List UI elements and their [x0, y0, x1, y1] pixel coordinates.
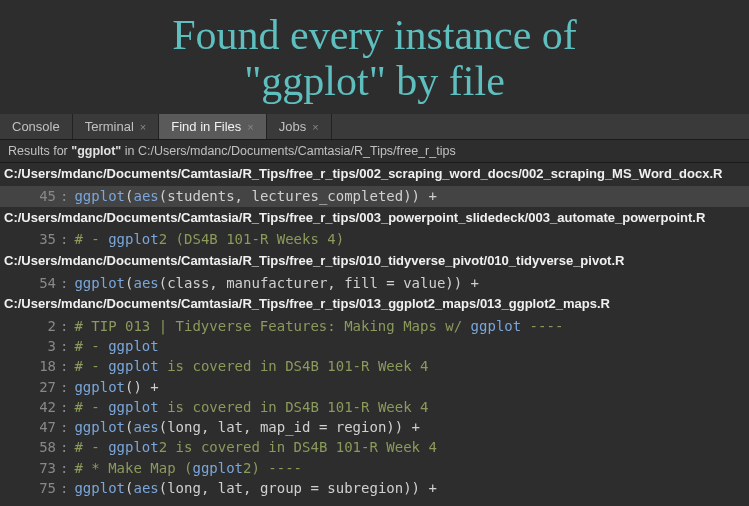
- result-line[interactable]: 2:# TIP 013 | Tidyverse Features: Making…: [0, 316, 749, 336]
- token-cmt: 2 is covered in DS4B 101-R Week 4: [159, 439, 437, 455]
- token-code: () +: [125, 379, 159, 395]
- close-icon[interactable]: ×: [140, 121, 146, 133]
- line-number: 42: [4, 397, 60, 417]
- token-kw-match: ggplot: [108, 439, 159, 455]
- token-cmt: 2) ----: [243, 460, 302, 476]
- code-content: # * Make Map (ggplot2) ----: [74, 458, 302, 478]
- token-fn: ggplot: [74, 275, 125, 291]
- line-separator: :: [60, 478, 74, 498]
- token-kw-match: ggplot: [108, 231, 159, 247]
- token-code: (long, lat, group = subregion)) +: [159, 480, 437, 496]
- result-line[interactable]: 35:# - ggplot2 (DS4B 101-R Weeks 4): [0, 229, 749, 249]
- result-line[interactable]: 18:# - ggplot is covered in DS4B 101-R W…: [0, 356, 749, 376]
- line-number: 54: [4, 273, 60, 293]
- token-cmt: # -: [74, 399, 108, 415]
- tab-jobs[interactable]: Jobs×: [267, 114, 332, 139]
- close-icon[interactable]: ×: [247, 121, 253, 133]
- token-cmt: # -: [74, 439, 108, 455]
- code-content: # - ggplot2 (DS4B 101-R Weeks 4): [74, 229, 344, 249]
- result-line[interactable]: 3:# - ggplot: [0, 336, 749, 356]
- annotation-line1: Found every instance of: [0, 12, 749, 58]
- line-number: 58: [4, 437, 60, 457]
- line-number: 2: [4, 316, 60, 336]
- line-number: 27: [4, 377, 60, 397]
- token-fn: aes: [133, 275, 158, 291]
- line-separator: :: [60, 437, 74, 457]
- result-line[interactable]: 75:ggplot(aes(long, lat, group = subregi…: [0, 478, 749, 498]
- results-query: "ggplot": [71, 144, 121, 158]
- code-content: # - ggplot is covered in DS4B 101-R Week…: [74, 397, 428, 417]
- token-code: (class, manufacturer, fill = value)) +: [159, 275, 479, 291]
- code-content: ggplot(aes(students, lectures_completed)…: [74, 186, 436, 206]
- code-content: # - ggplot: [74, 336, 158, 356]
- token-cmt: # * Make Map (: [74, 460, 192, 476]
- token-fn: ggplot: [74, 379, 125, 395]
- line-separator: :: [60, 397, 74, 417]
- line-number: 73: [4, 458, 60, 478]
- result-file-header[interactable]: C:/Users/mdanc/Documents/Camtasia/R_Tips…: [0, 250, 749, 273]
- result-file-header[interactable]: C:/Users/mdanc/Documents/Camtasia/R_Tips…: [0, 207, 749, 230]
- tab-terminal[interactable]: Terminal×: [73, 114, 160, 139]
- result-line[interactable]: 73:# * Make Map (ggplot2) ----: [0, 458, 749, 478]
- result-line[interactable]: 27:ggplot() +: [0, 377, 749, 397]
- tab-label: Console: [12, 119, 60, 134]
- token-kw-match: ggplot: [471, 318, 522, 334]
- token-cmt: is covered in DS4B 101-R Week 4: [159, 399, 429, 415]
- token-cmt: # -: [74, 338, 108, 354]
- line-number: 18: [4, 356, 60, 376]
- line-number: 47: [4, 417, 60, 437]
- results-in: in: [121, 144, 138, 158]
- line-separator: :: [60, 316, 74, 336]
- token-cmt: is covered in DS4B 101-R Week 4: [159, 358, 429, 374]
- line-number: 75: [4, 478, 60, 498]
- token-fn: ggplot: [74, 419, 125, 435]
- result-file-header[interactable]: C:/Users/mdanc/Documents/Camtasia/R_Tips…: [0, 163, 749, 186]
- annotation-overlay: Found every instance of "ggplot" by file: [0, 0, 749, 114]
- line-separator: :: [60, 356, 74, 376]
- code-content: # - ggplot2 is covered in DS4B 101-R Wee…: [74, 437, 436, 457]
- token-code: (students, lectures_completed)) +: [159, 188, 437, 204]
- close-icon[interactable]: ×: [312, 121, 318, 133]
- line-separator: :: [60, 458, 74, 478]
- code-content: # - ggplot is covered in DS4B 101-R Week…: [74, 356, 428, 376]
- code-content: ggplot(aes(class, manufacturer, fill = v…: [74, 273, 479, 293]
- line-number: 3: [4, 336, 60, 356]
- token-cmt: # TIP 013 | Tidyverse Features: Making M…: [74, 318, 470, 334]
- tab-label: Jobs: [279, 119, 306, 134]
- search-results-body: C:/Users/mdanc/Documents/Camtasia/R_Tips…: [0, 163, 749, 498]
- token-fn: aes: [133, 188, 158, 204]
- result-line[interactable]: 54:ggplot(aes(class, manufacturer, fill …: [0, 273, 749, 293]
- annotation-line2: "ggplot" by file: [0, 58, 749, 104]
- token-cmt: # -: [74, 358, 108, 374]
- code-content: ggplot() +: [74, 377, 158, 397]
- tab-label: Terminal: [85, 119, 134, 134]
- token-fn: ggplot: [74, 480, 125, 496]
- panel-tabs: ConsoleTerminal×Find in Files×Jobs×: [0, 114, 749, 140]
- code-content: ggplot(aes(long, lat, map_id = region)) …: [74, 417, 420, 437]
- line-number: 45: [4, 186, 60, 206]
- search-results-summary: Results for "ggplot" in C:/Users/mdanc/D…: [0, 140, 749, 163]
- line-separator: :: [60, 186, 74, 206]
- results-path: C:/Users/mdanc/Documents/Camtasia/R_Tips…: [138, 144, 456, 158]
- token-cmt: # -: [74, 231, 108, 247]
- result-line[interactable]: 47:ggplot(aes(long, lat, map_id = region…: [0, 417, 749, 437]
- line-separator: :: [60, 377, 74, 397]
- line-separator: :: [60, 336, 74, 356]
- result-line[interactable]: 42:# - ggplot is covered in DS4B 101-R W…: [0, 397, 749, 417]
- token-fn: aes: [133, 419, 158, 435]
- code-content: # TIP 013 | Tidyverse Features: Making M…: [74, 316, 563, 336]
- tab-find-in-files[interactable]: Find in Files×: [159, 114, 267, 139]
- result-file-header[interactable]: C:/Users/mdanc/Documents/Camtasia/R_Tips…: [0, 293, 749, 316]
- results-prefix: Results for: [8, 144, 71, 158]
- token-fn: ggplot: [74, 188, 125, 204]
- tab-console[interactable]: Console: [0, 114, 73, 139]
- token-code: (long, lat, map_id = region)) +: [159, 419, 420, 435]
- result-line[interactable]: 45:ggplot(aes(students, lectures_complet…: [0, 186, 749, 206]
- token-kw-match: ggplot: [108, 358, 159, 374]
- line-separator: :: [60, 273, 74, 293]
- token-kw-match: ggplot: [108, 399, 159, 415]
- result-line[interactable]: 58:# - ggplot2 is covered in DS4B 101-R …: [0, 437, 749, 457]
- token-fn: aes: [133, 480, 158, 496]
- line-number: 35: [4, 229, 60, 249]
- token-kw-match: ggplot: [192, 460, 243, 476]
